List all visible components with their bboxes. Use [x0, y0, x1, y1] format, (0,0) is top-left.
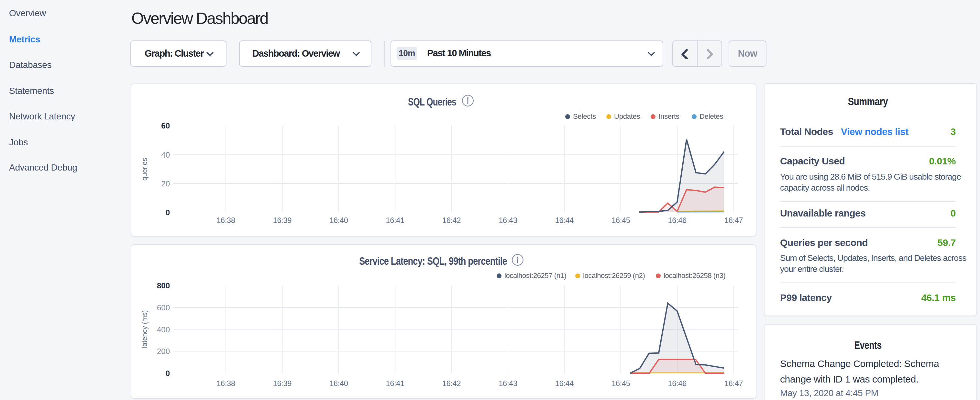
- svg-text:16:46: 16:46: [668, 379, 687, 388]
- svg-text:16:39: 16:39: [273, 379, 291, 388]
- svg-text:16:40: 16:40: [329, 379, 348, 388]
- svg-text:16:42: 16:42: [442, 216, 461, 225]
- svg-text:0: 0: [165, 369, 170, 378]
- svg-text:16:43: 16:43: [499, 216, 517, 225]
- svg-text:16:40: 16:40: [329, 216, 348, 225]
- svg-text:latency (ms): latency (ms): [141, 310, 148, 348]
- svg-text:16:45: 16:45: [611, 216, 630, 225]
- svg-text:20: 20: [161, 179, 170, 188]
- svg-text:800: 800: [157, 281, 170, 290]
- svg-text:16:46: 16:46: [668, 216, 687, 225]
- svg-text:400: 400: [157, 325, 170, 334]
- svg-text:16:44: 16:44: [555, 379, 574, 388]
- svg-text:16:41: 16:41: [386, 379, 404, 388]
- svg-text:16:39: 16:39: [273, 216, 291, 225]
- svg-text:0: 0: [165, 208, 170, 217]
- svg-text:16:45: 16:45: [611, 379, 630, 388]
- svg-text:16:41: 16:41: [386, 216, 404, 225]
- svg-text:16:47: 16:47: [724, 379, 743, 388]
- svg-text:queries: queries: [141, 158, 148, 181]
- svg-text:16:42: 16:42: [442, 379, 461, 388]
- svg-text:16:38: 16:38: [216, 379, 235, 388]
- svg-text:16:38: 16:38: [216, 216, 235, 225]
- svg-text:40: 40: [161, 150, 170, 159]
- svg-text:16:44: 16:44: [555, 216, 574, 225]
- svg-text:16:47: 16:47: [724, 216, 743, 225]
- svg-text:60: 60: [161, 121, 170, 130]
- svg-text:16:43: 16:43: [499, 379, 517, 388]
- svg-text:600: 600: [157, 303, 170, 312]
- svg-text:200: 200: [157, 347, 170, 356]
